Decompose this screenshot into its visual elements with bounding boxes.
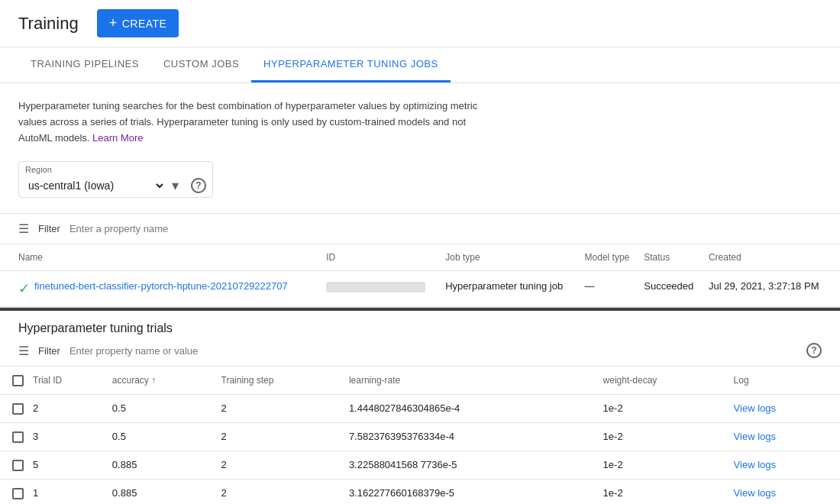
trial-learning-rate-cell: 3.22588041568 7736e-5 bbox=[349, 451, 603, 479]
col-status: Status bbox=[644, 244, 709, 271]
view-logs-link-0[interactable]: View logs bbox=[734, 402, 776, 414]
filter-label: Filter bbox=[38, 223, 60, 234]
dropdown-arrow-icon: ▾ bbox=[172, 177, 179, 194]
cell-name: ✓ finetuned-bert-classifier-pytorch-hptu… bbox=[0, 271, 326, 307]
col-log: Log bbox=[734, 367, 840, 394]
tab-training-pipelines[interactable]: TRAINING PIPELINES bbox=[18, 47, 151, 82]
trials-filter-icon: ☰ bbox=[18, 344, 29, 358]
col-created: Created bbox=[709, 244, 840, 271]
header: Training + CREATE bbox=[0, 0, 840, 47]
trial-log-cell[interactable]: View logs bbox=[734, 394, 840, 422]
cell-model-type: — bbox=[585, 271, 645, 307]
tabs-bar: TRAINING PIPELINES CUSTOM JOBS HYPERPARA… bbox=[0, 47, 840, 83]
plus-icon: + bbox=[109, 15, 118, 31]
tab-custom-jobs[interactable]: CUSTOM JOBS bbox=[151, 47, 251, 82]
trial-checkbox-cell[interactable] bbox=[0, 394, 33, 422]
trial-log-cell[interactable]: View logs bbox=[734, 451, 840, 479]
trial-row: 3 0.5 2 7.582376395376334e-4 1e-2 View l… bbox=[0, 422, 840, 451]
trial-id-cell: 3 bbox=[33, 422, 112, 451]
trial-checkbox-0[interactable] bbox=[12, 403, 24, 415]
trial-weight-decay-cell: 1e-2 bbox=[603, 451, 734, 479]
view-logs-link-1[interactable]: View logs bbox=[734, 431, 776, 442]
tab-hyperparameter-tuning-jobs[interactable]: HYPERPARAMETER TUNING JOBS bbox=[251, 47, 451, 82]
trial-learning-rate-cell: 3.162277660168379e-5 bbox=[349, 479, 603, 504]
trial-learning-rate-cell: 1.4448027846304865e-4 bbox=[349, 394, 603, 422]
trial-checkbox-cell[interactable] bbox=[0, 451, 33, 479]
trial-row: 5 0.885 2 3.22588041568 7736e-5 1e-2 Vie… bbox=[0, 451, 840, 479]
trial-accuracy-cell: 0.5 bbox=[112, 422, 221, 451]
filter-input[interactable] bbox=[69, 223, 822, 234]
cell-status: Succeeded bbox=[644, 271, 709, 307]
trial-checkbox-3[interactable] bbox=[12, 488, 24, 499]
view-logs-link-3[interactable]: View logs bbox=[734, 487, 776, 499]
trial-row: 1 0.885 2 3.162277660168379e-5 1e-2 View… bbox=[0, 479, 840, 504]
sort-arrow-icon: ↑ bbox=[151, 375, 156, 386]
jobs-table: Name ID Job type Model type Status Creat… bbox=[0, 244, 840, 307]
trial-id-cell: 1 bbox=[33, 479, 112, 504]
trial-id-cell: 5 bbox=[33, 451, 112, 479]
table-row: ✓ finetuned-bert-classifier-pytorch-hptu… bbox=[0, 271, 840, 307]
job-name-link[interactable]: finetuned-bert-classifier-pytorch-hptune… bbox=[34, 280, 288, 292]
learn-more-link[interactable]: Learn More bbox=[92, 132, 143, 144]
col-training-step: Training step bbox=[221, 367, 349, 394]
trials-filter-label: Filter bbox=[38, 345, 60, 357]
trials-title: Hyperparameter tuning trials bbox=[0, 311, 840, 335]
trial-training-step-cell: 2 bbox=[221, 394, 349, 422]
trial-training-step-cell: 2 bbox=[221, 479, 349, 504]
col-learning-rate: learning-rate bbox=[349, 367, 603, 394]
success-icon: ✓ bbox=[18, 280, 30, 297]
trials-filter-bar: ☰ Filter ? bbox=[0, 335, 840, 367]
trial-weight-decay-cell: 1e-2 bbox=[603, 422, 734, 451]
trial-learning-rate-cell: 7.582376395376334e-4 bbox=[349, 422, 603, 451]
col-weight-decay: weight-decay bbox=[603, 367, 734, 394]
trial-checkbox-cell[interactable] bbox=[0, 479, 33, 504]
trial-checkbox-cell[interactable] bbox=[0, 422, 33, 451]
create-button[interactable]: + CREATE bbox=[97, 9, 179, 37]
col-checkbox bbox=[0, 367, 33, 394]
region-section: Region us-central1 (Iowa) us-east1 (Sout… bbox=[0, 161, 840, 213]
trial-checkbox-1[interactable] bbox=[12, 431, 24, 443]
trial-accuracy-cell: 0.5 bbox=[112, 394, 221, 422]
col-accuracy[interactable]: accuracy ↑ bbox=[112, 367, 221, 394]
trial-weight-decay-cell: 1e-2 bbox=[603, 479, 734, 504]
trials-filter-input[interactable] bbox=[69, 345, 797, 357]
trial-weight-decay-cell: 1e-2 bbox=[603, 394, 734, 422]
upper-section: Hyperparameter tuning searches for the b… bbox=[0, 83, 840, 308]
select-all-checkbox[interactable] bbox=[12, 375, 24, 386]
job-id-redacted bbox=[326, 282, 425, 292]
region-help-icon[interactable]: ? bbox=[191, 178, 206, 193]
col-job-type: Job type bbox=[445, 244, 584, 271]
create-label: CREATE bbox=[122, 18, 167, 30]
filter-bar: ☰ Filter bbox=[0, 213, 840, 244]
page-title: Training bbox=[18, 14, 79, 34]
trials-help-icon[interactable]: ? bbox=[806, 343, 822, 358]
trial-log-cell[interactable]: View logs bbox=[734, 422, 840, 451]
trial-accuracy-cell: 0.885 bbox=[112, 451, 221, 479]
view-logs-link-2[interactable]: View logs bbox=[734, 459, 776, 470]
trials-table: Trial ID accuracy ↑ Training step learni… bbox=[0, 367, 840, 504]
region-label: Region bbox=[25, 165, 206, 174]
trial-log-cell[interactable]: View logs bbox=[734, 479, 840, 504]
trial-training-step-cell: 2 bbox=[221, 422, 349, 451]
lower-section: Hyperparameter tuning trials ☰ Filter ? … bbox=[0, 308, 840, 504]
col-trial-id: Trial ID bbox=[33, 367, 112, 394]
col-id: ID bbox=[326, 244, 445, 271]
cell-created: Jul 29, 2021, 3:27:18 PM bbox=[709, 271, 840, 307]
description-text: Hyperparameter tuning searches for the b… bbox=[0, 83, 519, 161]
trial-row: 2 0.5 2 1.4448027846304865e-4 1e-2 View … bbox=[0, 394, 840, 422]
trial-accuracy-cell: 0.885 bbox=[112, 479, 221, 504]
trial-checkbox-2[interactable] bbox=[12, 460, 24, 471]
col-model-type: Model type bbox=[585, 244, 645, 271]
filter-icon: ☰ bbox=[18, 221, 29, 236]
col-name: Name bbox=[0, 244, 326, 271]
cell-job-type: Hyperparameter tuning job bbox=[445, 271, 584, 307]
cell-id bbox=[326, 271, 445, 307]
trial-training-step-cell: 2 bbox=[221, 451, 349, 479]
trial-id-cell: 2 bbox=[33, 394, 112, 422]
region-select[interactable]: us-central1 (Iowa) us-east1 (South Carol… bbox=[25, 179, 166, 192]
